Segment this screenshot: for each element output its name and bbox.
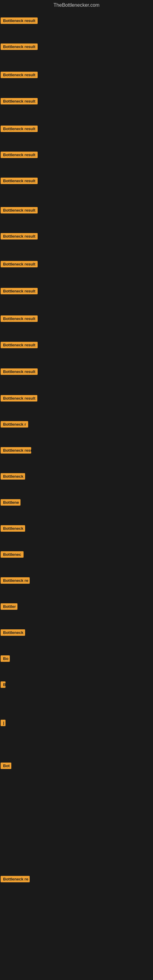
bottleneck-row: Bottleneck resu [1, 447, 31, 453]
site-title: TheBottlenecker.com [0, 0, 153, 9]
bottleneck-row: Bottleneck re [1, 876, 30, 882]
bottleneck-row: Bottleneck result [1, 72, 38, 78]
bottleneck-result-tag[interactable]: Bottleneck re [1, 876, 30, 882]
bottleneck-row: Bot [1, 762, 11, 769]
bottleneck-row: Bottleneck result [1, 233, 38, 240]
bottleneck-result-tag[interactable]: Bottleneck result [1, 126, 38, 132]
bottleneck-row: Bottleneck result [1, 395, 37, 401]
bottleneck-row: | [1, 720, 5, 726]
bottleneck-row: Bottleneck result [1, 207, 38, 213]
bottleneck-result-tag[interactable]: Bottleneck result [1, 288, 38, 294]
bottleneck-result-tag[interactable]: Bottleneck result [1, 18, 38, 24]
bottleneck-row: Bottleneck result [1, 126, 38, 132]
bottleneck-row: Bottleneck [1, 473, 25, 480]
bottleneck-row: Bottleneck r [1, 421, 28, 428]
bottleneck-row: Bottleneck [1, 525, 25, 531]
bottleneck-result-tag[interactable]: Bottleneck result [1, 368, 38, 375]
bottleneck-result-tag[interactable]: Bottlenec [1, 551, 24, 558]
bottleneck-result-tag[interactable]: Bottleneck result [1, 315, 38, 322]
bottleneck-result-tag[interactable]: Bottleneck [1, 525, 25, 531]
bottleneck-result-tag[interactable]: Bottleneck result [1, 207, 38, 213]
bottleneck-result-tag[interactable]: Bottleneck r [1, 421, 28, 428]
bottleneck-row: Bottlene [1, 499, 21, 506]
bottleneck-result-tag[interactable]: Bottler [1, 603, 18, 610]
bottleneck-row: Bottler [1, 603, 18, 610]
bottleneck-result-tag[interactable]: Bottleneck [1, 629, 25, 636]
bottleneck-result-tag[interactable]: Bottleneck result [1, 261, 38, 267]
bottleneck-row: Bottleneck result [1, 315, 38, 322]
bottleneck-result-tag[interactable]: Bottleneck result [1, 178, 38, 184]
bottleneck-row: Bottleneck result [1, 178, 38, 184]
bottleneck-row: Bottleneck result [1, 18, 38, 24]
bottleneck-row: Bottleneck result [1, 288, 38, 294]
bottleneck-result-tag[interactable]: Bottleneck result [1, 43, 38, 50]
bottleneck-row: Bottleneck result [1, 342, 38, 348]
bottleneck-result-tag[interactable]: Bottleneck re [1, 577, 30, 584]
bottleneck-row: Bottleneck result [1, 261, 38, 267]
bottleneck-result-tag[interactable]: B [1, 681, 5, 688]
bottleneck-row: Bottleneck result [1, 98, 38, 105]
bottleneck-row: B [1, 681, 5, 688]
bottleneck-result-tag[interactable]: Bottleneck [1, 473, 25, 480]
bottleneck-result-tag[interactable]: Bottleneck result [1, 395, 37, 401]
bottleneck-row: Bottleneck result [1, 151, 38, 158]
bottleneck-result-tag[interactable]: Bottleneck result [1, 233, 38, 240]
bottleneck-result-tag[interactable]: | [1, 720, 5, 726]
bottleneck-row: Bo [1, 655, 10, 662]
bottleneck-result-tag[interactable]: Bottlene [1, 499, 21, 506]
bottleneck-result-tag[interactable]: Bo [1, 655, 10, 662]
bottleneck-result-tag[interactable]: Bottleneck result [1, 98, 38, 105]
bottleneck-result-tag[interactable]: Bot [1, 762, 11, 769]
bottleneck-row: Bottlenec [1, 551, 24, 558]
bottleneck-result-tag[interactable]: Bottleneck result [1, 151, 38, 158]
bottleneck-row: Bottleneck result [1, 43, 38, 50]
bottleneck-result-tag[interactable]: Bottleneck resu [1, 447, 31, 453]
bottleneck-row: Bottleneck re [1, 577, 30, 584]
bottleneck-result-tag[interactable]: Bottleneck result [1, 72, 38, 78]
bottleneck-row: Bottleneck [1, 629, 25, 636]
bottleneck-row: Bottleneck result [1, 368, 38, 375]
site-title-text: TheBottlenecker.com [54, 2, 99, 8]
bottleneck-result-tag[interactable]: Bottleneck result [1, 342, 38, 348]
